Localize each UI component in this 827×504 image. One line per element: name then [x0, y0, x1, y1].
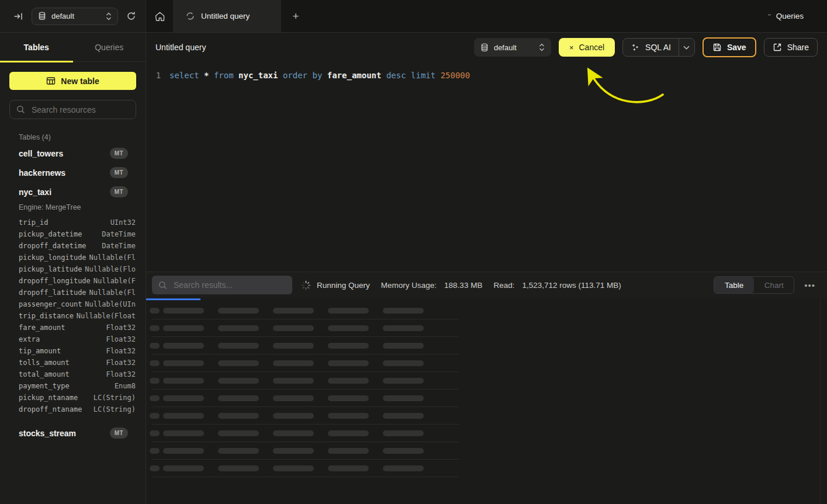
view-toggle: TableChart	[714, 276, 794, 294]
column-row: total_amountFloat32	[0, 369, 146, 380]
sidebar-tabs: TablesQueries	[0, 33, 146, 62]
sidebar-tab-tables[interactable]: Tables	[0, 33, 73, 61]
sql-ai-button[interactable]: SQL AI	[622, 38, 695, 57]
skeleton-cell	[218, 465, 259, 471]
skeleton-cell	[163, 360, 204, 366]
column-name: tip_amount	[19, 347, 61, 355]
column-row: pickup_datetimeDateTime	[0, 228, 146, 240]
skeleton-cell	[383, 413, 424, 419]
tab-loading-spinner-icon	[186, 12, 195, 20]
column-type: UInt32	[110, 218, 136, 227]
column-name: dropoff_latitude	[19, 289, 86, 297]
engine-badge: MT	[110, 427, 128, 439]
column-name: passenger_count	[19, 300, 82, 308]
skeleton-row	[146, 372, 827, 389]
column-row: fare_amountFloat32	[0, 322, 146, 333]
query-status: Running Query	[301, 280, 370, 290]
sql-ai-label: SQL AI	[645, 43, 671, 52]
home-button[interactable]	[146, 0, 173, 32]
skeleton-cell	[150, 308, 160, 314]
database-selector-top[interactable]: default	[32, 8, 118, 25]
engine-badge: MT	[110, 186, 128, 197]
save-button[interactable]: Save	[703, 37, 756, 57]
spacer	[0, 415, 146, 423]
skeleton-cell	[383, 430, 424, 436]
query-progress-bar	[146, 298, 200, 300]
close-icon: ×	[569, 43, 574, 52]
table-name: nyc_taxi	[19, 187, 51, 197]
sidebar: TablesQueries New table Tables (4) cell_…	[0, 33, 146, 504]
skeleton-cell	[383, 448, 424, 454]
row-divider	[152, 477, 459, 477]
column-type: Nullable(Fl	[89, 289, 136, 297]
skeleton-cell	[273, 343, 314, 349]
memory-usage-metric: Memory Usage: 188.33 MB	[381, 281, 483, 290]
code-token: nyc_taxi	[238, 71, 283, 80]
view-toggle-table[interactable]: Table	[714, 277, 754, 293]
new-table-button[interactable]: New table	[9, 72, 136, 90]
code-token: desc	[386, 71, 411, 80]
skeleton-cell	[328, 378, 369, 384]
skeleton-cell	[273, 308, 314, 314]
sql-editor[interactable]: 1 select * from nyc_taxi order by fare_a…	[146, 62, 827, 272]
sql-ai-dropdown-button[interactable]	[679, 39, 694, 56]
column-name: total_amount	[19, 370, 70, 378]
column-type: DateTime	[102, 242, 136, 250]
results-search[interactable]	[152, 276, 292, 294]
skeleton-cell	[150, 465, 160, 471]
results-search-input[interactable]	[172, 280, 286, 290]
skeleton-cell	[163, 413, 204, 419]
column-type: Float32	[106, 335, 136, 343]
queries-link[interactable]: ∙∙ Queries	[767, 0, 827, 32]
skeleton-cell	[273, 430, 314, 436]
table-item-cell_towers[interactable]: cell_towersMT	[0, 144, 146, 163]
view-toggle-chart[interactable]: Chart	[754, 277, 794, 293]
search-icon	[16, 105, 25, 114]
new-tab-button[interactable]: +	[281, 0, 310, 32]
skeleton-row	[146, 390, 827, 406]
share-button[interactable]: Share	[764, 38, 818, 57]
table-item-stocks_stream[interactable]: stocks_streamMT	[0, 423, 146, 443]
skeleton-cell	[328, 325, 369, 331]
sql-ai-main[interactable]: SQL AI	[623, 39, 679, 56]
skeleton-cell	[383, 308, 424, 314]
more-options-button[interactable]: •••	[803, 280, 816, 290]
column-type: Float32	[106, 324, 136, 332]
sidebar-tab-queries[interactable]: Queries	[73, 33, 146, 61]
column-row: passenger_countNullable(UIn	[0, 298, 146, 310]
skeleton-cell	[383, 465, 424, 471]
tab-untitled-query[interactable]: Untitled query	[173, 0, 281, 32]
scrollbar-gutter[interactable]	[820, 298, 821, 504]
table-item-nyc_taxi[interactable]: nyc_taxiMT	[0, 182, 146, 201]
skeleton-cell	[273, 360, 314, 366]
collapse-sidebar-button[interactable]	[13, 11, 23, 22]
sidebar-search-input[interactable]	[30, 105, 129, 115]
engine-badge: MT	[110, 148, 128, 159]
column-name: trip_id	[19, 218, 49, 227]
tables-section-header: Tables (4)	[19, 133, 146, 141]
read-value: 1,523,712 rows (113.71 MB)	[522, 281, 621, 290]
skeleton-cell	[328, 308, 369, 314]
skeleton-row	[146, 337, 827, 354]
results-toolbar: Running Query Memory Usage: 188.33 MB Re…	[146, 272, 827, 298]
cancel-button[interactable]: × Cancel	[559, 38, 615, 57]
database-selector-query[interactable]: default	[474, 38, 551, 57]
column-row: dropoff_longitudeNullable(F	[0, 275, 146, 287]
skeleton-cell	[163, 448, 204, 454]
save-button-label: Save	[727, 43, 746, 52]
column-row: dropoff_ntanameLC(String)	[0, 404, 146, 415]
chevron-up-down-icon	[106, 12, 112, 20]
code-token: select	[169, 71, 204, 80]
database-icon	[38, 12, 46, 20]
queries-dots-icon: ∙∙	[767, 10, 770, 19]
share-button-label: Share	[787, 43, 809, 52]
skeleton-cell	[150, 430, 160, 436]
column-type: LC(String)	[94, 405, 136, 413]
refresh-button[interactable]	[126, 11, 136, 21]
tab-label: Untitled query	[201, 12, 250, 20]
skeleton-row	[146, 425, 827, 442]
column-name: dropoff_longitude	[19, 277, 91, 285]
table-item-hackernews[interactable]: hackernewsMT	[0, 163, 146, 182]
skeleton-cell	[150, 395, 160, 401]
sidebar-search[interactable]	[9, 100, 136, 119]
